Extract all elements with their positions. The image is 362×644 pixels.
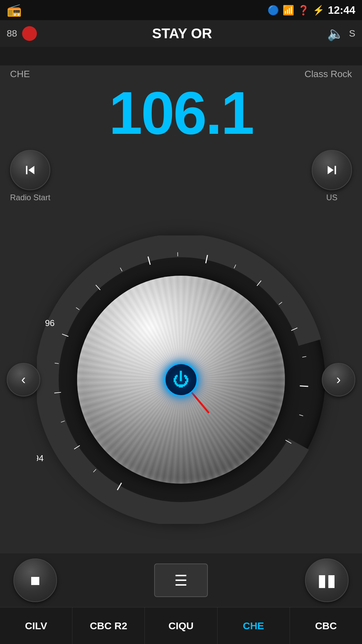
wifi-icon: 📶 bbox=[283, 5, 294, 16]
record-button[interactable] bbox=[22, 26, 37, 41]
menu-button[interactable]: ☰ bbox=[154, 564, 208, 597]
svg-line-19 bbox=[300, 386, 308, 386]
preset-cilv[interactable]: CILV bbox=[0, 607, 72, 644]
preset-cbc-r2[interactable]: CBC R2 bbox=[72, 607, 145, 644]
stop-icon: ■ bbox=[30, 571, 40, 590]
menu-icon: ☰ bbox=[174, 572, 188, 589]
battery-icon: ⚡ bbox=[313, 5, 324, 16]
preset-che[interactable]: CHE bbox=[218, 607, 290, 644]
dial-container: ‹ 88 bbox=[0, 206, 362, 553]
svg-line-32 bbox=[299, 415, 303, 416]
top-bar-s-label: S bbox=[349, 28, 355, 39]
station-right-label: Class Rock bbox=[304, 69, 352, 79]
app-icon: 📻 bbox=[7, 3, 22, 17]
top-bar-right: 🔈 S bbox=[327, 26, 355, 42]
now-playing-title: STAY OR bbox=[37, 25, 327, 42]
top-bar-left: 88 bbox=[7, 26, 37, 41]
question-icon: ❓ bbox=[298, 5, 309, 16]
app-container: 88 STAY OR 🔈 S I STAY OR SHOULD I GO BY … bbox=[0, 20, 362, 644]
station-number: 88 bbox=[7, 28, 17, 39]
preset-cbc[interactable]: CBC bbox=[290, 607, 362, 644]
stop-button[interactable]: ■ bbox=[13, 558, 57, 602]
frequency-number: 106.1 bbox=[109, 79, 253, 147]
top-bar: 88 STAY OR 🔈 S bbox=[0, 20, 362, 47]
chevron-right-icon: › bbox=[336, 372, 341, 387]
chevron-left-icon: ‹ bbox=[21, 372, 25, 387]
nav-right-button[interactable]: › bbox=[322, 363, 355, 396]
presets-bar: CILV CBC R2 CIQU CHE CBC bbox=[0, 607, 362, 644]
status-left: 📻 bbox=[7, 3, 22, 17]
bluetooth-icon: 🔵 bbox=[267, 5, 279, 16]
prev-skip-button[interactable] bbox=[10, 150, 50, 190]
pause-button[interactable]: ▮▮ bbox=[305, 558, 349, 602]
controls-row: Radio Start US bbox=[0, 147, 362, 206]
speaker-icon[interactable]: 🔈 bbox=[327, 26, 344, 42]
station-left-label: CHE bbox=[10, 69, 30, 79]
nav-left-button[interactable]: ‹ bbox=[7, 363, 40, 396]
dial-knob[interactable] bbox=[77, 276, 285, 484]
status-bar: 📻 🔵 📶 ❓ ⚡ 12:44 bbox=[0, 0, 362, 20]
next-skip-button[interactable] bbox=[312, 150, 352, 190]
dial-outer[interactable]: 88 90 92 94 96 bbox=[37, 235, 325, 524]
frequency-display: 106.1 bbox=[0, 79, 362, 147]
svg-line-31 bbox=[302, 356, 306, 357]
preset-ciqu[interactable]: CIQU bbox=[145, 607, 217, 644]
svg-text:94: 94 bbox=[37, 453, 44, 463]
scroll-text: I STAY OR SHOULD I GO BY THE CLASH ON CH… bbox=[0, 51, 362, 62]
scroll-bar: I STAY OR SHOULD I GO BY THE CLASH ON CH… bbox=[0, 47, 362, 65]
power-button[interactable] bbox=[164, 363, 198, 396]
pause-icon: ▮▮ bbox=[317, 571, 336, 590]
next-skip-label: US bbox=[326, 193, 337, 202]
station-info: CHE Class Rock bbox=[0, 65, 362, 79]
status-icons: 🔵 📶 ❓ ⚡ 12:44 bbox=[267, 4, 355, 16]
prev-skip-label: Radio Start bbox=[10, 193, 50, 202]
svg-text:96: 96 bbox=[45, 318, 55, 328]
playback-row: ■ ☰ ▮▮ bbox=[0, 553, 362, 607]
clock: 12:44 bbox=[328, 4, 355, 16]
